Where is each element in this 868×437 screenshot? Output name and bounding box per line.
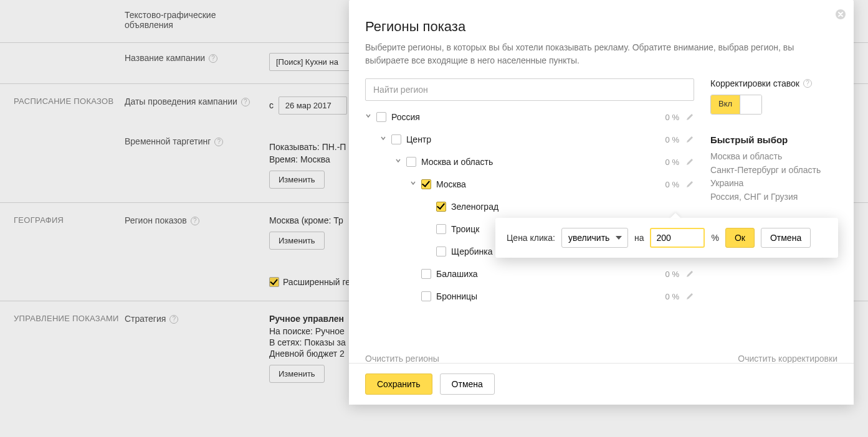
bid-direction-select[interactable]: увеличить: [561, 228, 628, 248]
bid-adjustments-toggle[interactable]: Вкл: [710, 95, 762, 115]
quick-select-list: Москва и областьСанкт-Петербург и област…: [710, 150, 837, 204]
modal-title: Регионы показа: [349, 0, 854, 41]
region-row[interactable]: Центр0 %: [365, 128, 694, 151]
chevron-down-icon[interactable]: [380, 135, 389, 144]
regions-modal: Регионы показа Выберите регионы, в котор…: [349, 0, 854, 405]
chevron-down-icon[interactable]: [365, 113, 374, 121]
bid-pct: 0 %: [665, 292, 679, 301]
bid-pct: 0 %: [665, 135, 679, 144]
region-name: Центр: [406, 134, 665, 144]
quick-select-item[interactable]: Москва и область: [710, 150, 837, 164]
bid-pct: 0 %: [665, 157, 679, 167]
region-name: Москва и область: [421, 157, 665, 167]
edit-icon[interactable]: [685, 270, 694, 278]
region-name: Зеленоград: [451, 202, 694, 212]
region-search-input[interactable]: [365, 78, 694, 101]
region-checkbox[interactable]: [436, 202, 446, 212]
region-name: Балашиха: [436, 269, 665, 279]
region-name: Москва: [436, 179, 665, 189]
region-row[interactable]: Россия0 %: [365, 106, 694, 128]
quick-select-item[interactable]: Россия, СНГ и Грузия: [710, 190, 837, 204]
edit-icon[interactable]: [685, 157, 694, 166]
region-row[interactable]: Москва и область0 %: [365, 151, 694, 173]
bid-pct: 0 %: [665, 270, 679, 279]
modal-description: Выберите регионы, в которых вы бы хотели…: [349, 41, 854, 78]
bid-adjustments-label: Корректировки ставок: [710, 78, 799, 88]
region-row[interactable]: Бронницы0 %: [365, 285, 694, 308]
bid-value-input[interactable]: [650, 228, 705, 248]
quick-select-item[interactable]: Санкт-Петербург и область: [710, 164, 837, 177]
bid-pct: 0 %: [665, 180, 679, 189]
edit-icon[interactable]: [685, 113, 694, 121]
price-click-label: Цена клика:: [507, 233, 555, 243]
edit-icon[interactable]: [685, 135, 694, 144]
region-checkbox[interactable]: [436, 224, 446, 234]
region-name: Россия: [391, 112, 665, 122]
save-button[interactable]: Сохранить: [365, 374, 432, 395]
quick-select-heading: Быстрый выбор: [710, 134, 837, 145]
region-checkbox[interactable]: [436, 247, 446, 256]
help-icon: ?: [803, 79, 812, 88]
region-row[interactable]: Москва0 %: [365, 173, 694, 195]
bid-editor-popover: Цена клика: увеличить на % Ок Отмена: [495, 218, 838, 258]
region-row[interactable]: Зеленоград: [365, 195, 694, 218]
by-label: на: [634, 233, 644, 243]
region-checkbox[interactable]: [391, 134, 401, 144]
cancel-button[interactable]: Отмена: [761, 228, 811, 248]
close-icon[interactable]: [835, 9, 846, 20]
quick-select-item[interactable]: Украина: [710, 177, 837, 190]
ok-button[interactable]: Ок: [725, 228, 755, 248]
region-row[interactable]: Балашиха0 %: [365, 263, 694, 285]
bid-pct: 0 %: [665, 113, 679, 122]
cancel-button[interactable]: Отмена: [440, 374, 495, 395]
region-checkbox[interactable]: [421, 291, 431, 301]
percent-sign: %: [711, 233, 718, 243]
edit-icon[interactable]: [685, 292, 694, 301]
chevron-down-icon[interactable]: [395, 157, 404, 166]
toggle-on[interactable]: Вкл: [711, 95, 740, 114]
region-checkbox[interactable]: [376, 112, 386, 122]
region-checkbox[interactable]: [406, 157, 416, 167]
toggle-off[interactable]: [740, 95, 761, 114]
region-checkbox[interactable]: [421, 269, 431, 279]
region-checkbox[interactable]: [421, 179, 431, 189]
chevron-down-icon[interactable]: [410, 180, 419, 189]
region-name: Бронницы: [436, 291, 665, 301]
edit-icon[interactable]: [685, 180, 694, 189]
